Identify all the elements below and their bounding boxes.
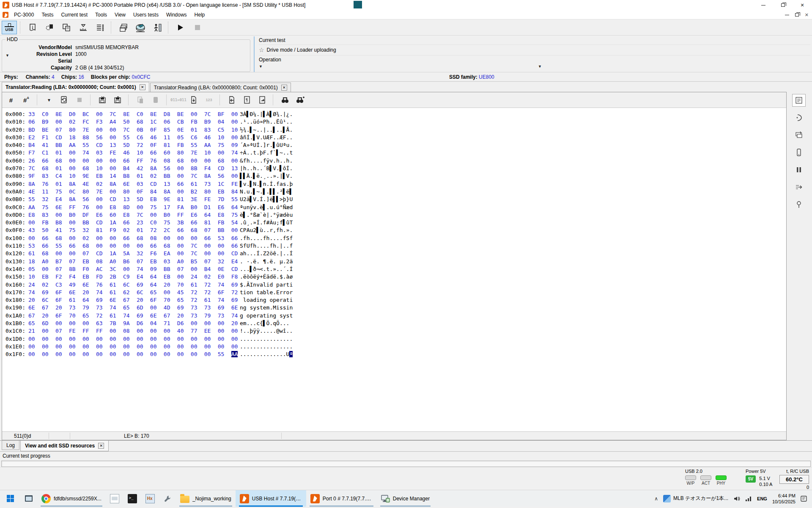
current-test-panel: Current test ☆ Drive mode / Loader uploa… [254,36,810,72]
eject-panel-button[interactable] [792,111,806,124]
start-test-button[interactable] [173,21,188,34]
stop-read-button[interactable] [73,94,86,106]
export-panel-button[interactable] [792,181,806,193]
text-mode-button[interactable] [241,94,253,106]
layers-panel-button[interactable] [792,129,806,141]
hex-row: 0x1B0:65 6D 00 00 00 63 7B 9A D6 04 71 D… [5,320,786,328]
windows-cascade-button[interactable] [116,21,131,34]
notification-center-icon[interactable] [801,495,808,502]
clock[interactable]: 6:44 PM 10/16/2025 [772,493,796,505]
menu-item-help[interactable]: Help [191,11,209,19]
translator-tab-0[interactable]: Translator:Reading (LBA: 0x00000000; Cou… [2,82,149,92]
mdi-minimize-icon[interactable] [785,15,789,15]
hex-row: 0x1F0:00 00 00 00 00 00 00 00 00 00 00 0… [5,351,786,359]
close-button[interactable]: ✕ [793,0,812,10]
drive-info-button[interactable] [25,21,40,34]
minimize-button[interactable] [754,0,773,10]
test-list-button[interactable] [93,21,108,34]
bottom-tab-log[interactable]: Log [2,441,19,450]
favorite-star-icon[interactable]: ☆ [259,47,264,53]
input-language-indicator[interactable]: ENG [757,496,767,501]
sector-dropdown-button[interactable]: ▼ [43,94,55,106]
hdd-dropdown-icon[interactable]: ▼ [5,53,9,58]
search-next-button[interactable] [294,94,307,106]
hex-ascii: ½¾.▌~..|..▌..▌Å. [240,127,293,134]
taskbar-button-terminal-3[interactable] [123,490,141,507]
refresh-sector-button[interactable] [58,94,71,106]
search-button[interactable] [279,94,291,106]
fill-sector-button[interactable] [187,94,200,106]
taskbar-button-hxd-4[interactable] [141,490,159,507]
pattern-123-button[interactable]: 123 [203,94,215,106]
translator-tab-1[interactable]: Translator:Reading (LBA: 0x00000800; Cou… [150,83,291,92]
terminal-icon [128,494,137,503]
bottom-tab-label: View and edit SSD resources [25,443,95,449]
voltage-value: 5.1 V [759,476,770,481]
chip-tasks-button[interactable] [59,21,74,34]
mdi-restore-icon[interactable] [795,13,799,17]
compare-button[interactable]: 011=011 [172,94,185,106]
pause-panel-button[interactable] [792,163,806,176]
copy-button[interactable] [149,94,162,106]
toolbar-separator [20,22,22,33]
hex-ascii: ng system.Missin [240,304,293,312]
bottom-tab-view-and-edit-ssd-resources[interactable]: View and edit SSD resources✕ [20,441,109,451]
save-to-file-button[interactable] [96,94,109,106]
menu-item-pc-3000[interactable]: PC-3000 [10,11,38,19]
menu-item-windows[interactable]: Windows [162,11,191,19]
taskbar-button-folder-6[interactable]: _Nojima_working [176,490,236,507]
paste-button[interactable] [134,94,147,106]
hex-row: 0x0E0:00 FB B8 00 BB CD 1A 66 23 C0 75 3… [5,219,786,227]
hex-bytes: 18 A0 B7 07 EB 08 A0 B6 07 EB 03 A0 B5 0… [28,258,240,266]
export-arrow-icon [795,183,803,191]
usb-port-button[interactable]: USB [2,21,17,34]
maximize-button[interactable] [773,0,793,10]
tab-close-icon[interactable]: ✕ [281,85,287,91]
insert-data-button[interactable] [225,94,238,106]
exit-utility-button[interactable] [150,21,165,34]
sector-add-button[interactable]: #+ [20,94,33,106]
device-panel-button[interactable] [792,146,806,159]
field-value: 2 GB (4 194 304/512) [75,64,124,71]
taskbar-button-tools-5[interactable] [159,490,176,507]
utility-settings-button[interactable] [42,21,57,34]
floppy-save-icon [98,96,107,104]
stop-test-button[interactable] [190,21,205,34]
hex-dump-view[interactable]: 0x000:33 C0 8E D0 BC 00 7C 8E C0 8E D8 B… [2,108,786,431]
convert-button[interactable] [256,94,269,106]
selected-ascii-char[interactable]: ª [289,351,293,357]
document-t-icon [243,96,251,104]
hex-ascii: .ëòôëý+Éädë.$.àø [240,273,293,281]
taskbar-button-chrome-1[interactable]: fdfdb/smssd/2259X... [37,490,106,507]
taskbar-button-pc3000-8[interactable]: Port 0 # 7.7.19(7.7.1... [306,490,377,507]
taskbar-button-task-view-0[interactable] [20,490,37,507]
menu-item-view[interactable]: View [111,11,129,19]
graph-button[interactable] [76,21,91,34]
taskbar-button-devicemgr-9[interactable]: Device Manager [377,490,434,507]
taskbar-button-notepad-2[interactable] [106,490,123,507]
news-widget[interactable]: MLB テオスカーが1本... [663,495,728,502]
hex-address: 0x150: [5,273,27,281]
pin-panel-button[interactable] [792,198,806,211]
network-icon[interactable] [745,496,752,502]
tab-close-icon[interactable]: ✕ [140,84,145,90]
menu-item-current-test[interactable]: Current test [57,11,91,19]
load-from-file-button[interactable] [111,94,124,106]
hex-bytes: B4 41 BB AA 55 CD 13 5D 72 0F 81 FB 55 A… [28,142,240,149]
sector-number-button[interactable]: # [5,94,17,106]
mdi-close-icon[interactable]: ✕ [805,12,809,18]
tab-close-icon[interactable]: ✕ [98,443,104,449]
menu-item-users-tests[interactable]: Users tests [129,11,162,19]
start-button[interactable] [0,490,20,507]
operation-dropdown-icon[interactable]: ▼ [259,64,263,69]
disk-view-button[interactable] [133,21,148,34]
resources-panel-button[interactable] [792,94,806,107]
operation-dropdown-icon-2[interactable]: ▼ [538,64,542,69]
selected-byte[interactable]: AA [231,351,238,357]
speaker-icon[interactable] [733,496,740,502]
taskbar-button-pc3000-7[interactable]: USB Host # 7.7.19(7... [236,490,306,507]
tray-expand-icon[interactable]: ∧ [654,496,658,502]
menu-item-tools[interactable]: Tools [91,11,111,19]
led-label: PHY [716,481,727,486]
menu-item-tests[interactable]: Tests [38,11,57,19]
